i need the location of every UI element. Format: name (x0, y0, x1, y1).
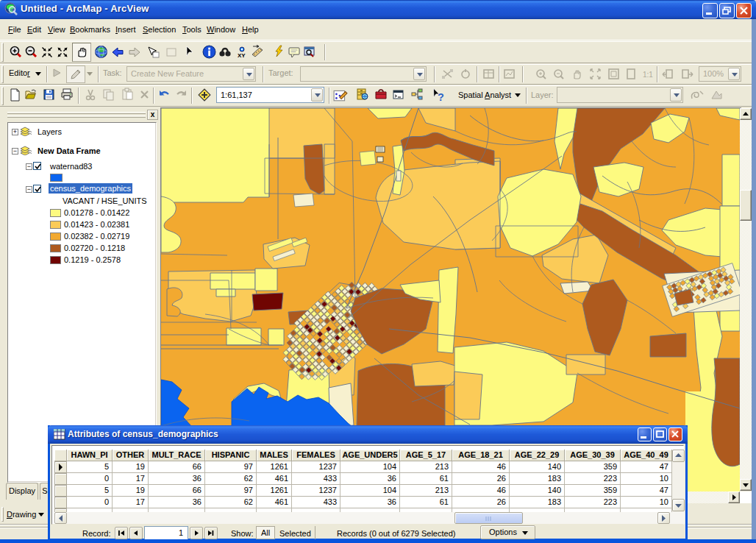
svg-text:XY: XY (238, 52, 246, 59)
svg-text:?: ? (438, 91, 444, 102)
svg-text:1:1: 1:1 (643, 71, 653, 79)
